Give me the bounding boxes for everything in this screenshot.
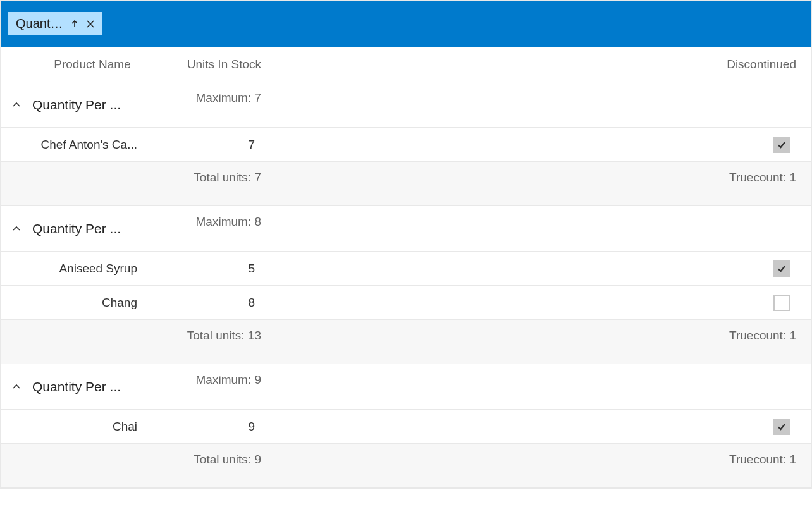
cell-discontinued xyxy=(704,295,811,311)
footer-total-units: Total units: 7 xyxy=(152,171,266,185)
table-row[interactable]: Chef Anton's Ca...7 xyxy=(1,128,811,162)
data-grid: Quanti... Product Name Units In Stock Di… xyxy=(0,0,812,489)
column-header-name[interactable]: Product Name xyxy=(32,58,152,71)
column-header-units[interactable]: Units In Stock xyxy=(152,58,266,71)
cell-units: 8 xyxy=(152,296,266,310)
chevron-up-icon[interactable] xyxy=(1,382,32,392)
chevron-up-icon[interactable] xyxy=(1,224,32,234)
cell-discontinued xyxy=(704,419,811,435)
cell-discontinued xyxy=(704,260,811,277)
group-footer: Total units: 7Truecount: 1 xyxy=(1,162,811,206)
group-header[interactable]: Quantity Per ...Maximum: 9 xyxy=(1,364,811,410)
checkbox[interactable] xyxy=(773,260,790,277)
table-row[interactable]: Chang8 xyxy=(1,286,811,320)
checkbox[interactable] xyxy=(773,295,790,311)
group-aggregate: Maximum: 7 xyxy=(152,82,266,105)
sort-ascending-icon[interactable] xyxy=(70,19,80,29)
cell-discontinued xyxy=(704,137,811,153)
checkbox[interactable] xyxy=(773,419,790,435)
footer-truecount: Truecount: 1 xyxy=(704,329,811,343)
group-panel: Quanti... xyxy=(1,1,811,47)
column-headers: Product Name Units In Stock Discontinued xyxy=(1,47,811,82)
group-chip-label: Quanti... xyxy=(16,16,63,31)
footer-truecount: Truecount: 1 xyxy=(704,171,811,185)
column-header-discontinued[interactable]: Discontinued xyxy=(704,58,811,71)
group-label: Quantity Per ... xyxy=(32,97,152,113)
footer-total-units: Total units: 9 xyxy=(152,453,266,467)
group-label: Quantity Per ... xyxy=(32,221,152,236)
group-footer: Total units: 9Truecount: 1 xyxy=(1,444,811,488)
cell-units: 5 xyxy=(152,262,266,276)
footer-total-units: Total units: 13 xyxy=(152,329,266,343)
cell-units: 9 xyxy=(152,420,266,434)
footer-truecount: Truecount: 1 xyxy=(704,453,811,467)
table-row[interactable]: Aniseed Syrup5 xyxy=(1,252,811,286)
close-icon[interactable] xyxy=(86,20,95,28)
checkbox[interactable] xyxy=(773,137,790,153)
cell-product-name: Chang xyxy=(32,296,152,310)
group-footer: Total units: 13Truecount: 1 xyxy=(1,320,811,364)
chevron-up-icon[interactable] xyxy=(1,100,32,110)
group-aggregate: Maximum: 9 xyxy=(152,364,266,387)
cell-units: 7 xyxy=(152,138,266,152)
group-chip[interactable]: Quanti... xyxy=(8,12,102,35)
group-aggregate: Maximum: 8 xyxy=(152,206,266,229)
group-header[interactable]: Quantity Per ...Maximum: 7 xyxy=(1,82,811,128)
cell-product-name: Chef Anton's Ca... xyxy=(32,138,152,152)
cell-product-name: Chai xyxy=(32,420,152,434)
group-header[interactable]: Quantity Per ...Maximum: 8 xyxy=(1,206,811,252)
cell-product-name: Aniseed Syrup xyxy=(32,262,152,276)
group-label: Quantity Per ... xyxy=(32,379,152,394)
table-row[interactable]: Chai9 xyxy=(1,410,811,444)
groups-container: Quantity Per ...Maximum: 7Chef Anton's C… xyxy=(1,82,811,488)
